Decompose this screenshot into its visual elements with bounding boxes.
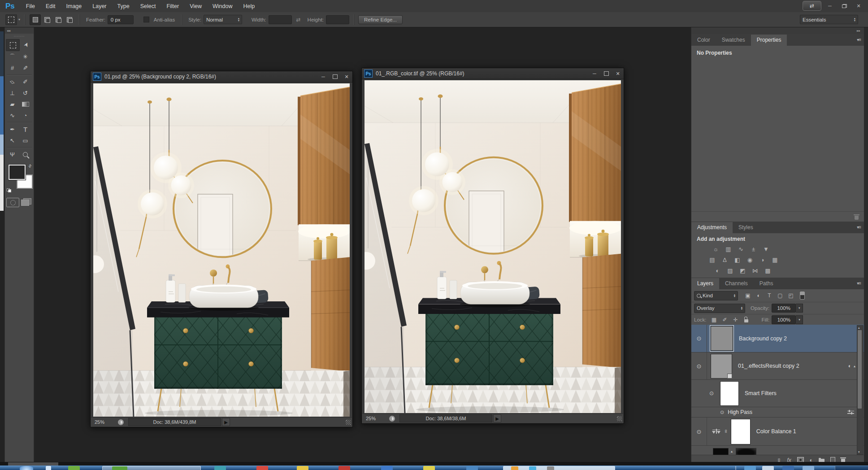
taskbar-app-icon[interactable]	[511, 466, 518, 470]
layer-row-smart-filters[interactable]: ⊙ Smart Filters	[691, 380, 864, 407]
tool-shape[interactable]: ▭	[19, 135, 32, 146]
layer-filter-select[interactable]: Kind ▴▾	[694, 291, 738, 300]
doc1-minimize-button[interactable]: ─	[317, 73, 329, 81]
anti-alias-checkbox[interactable]	[143, 17, 149, 22]
levels-icon[interactable]: ▥	[724, 245, 733, 253]
taskbar-app-icon[interactable]	[423, 466, 435, 470]
layer-row-color-balance[interactable]: ⊙ ∞ Color Balance 1	[691, 418, 864, 446]
layer-thumbnail[interactable]	[711, 326, 733, 351]
doc1-close-button[interactable]: ✕	[341, 73, 352, 81]
menu-type[interactable]: Type	[112, 3, 135, 9]
link-layers-icon[interactable]: ∞	[776, 458, 782, 462]
panel-menu-icon[interactable]: ▾≡	[857, 225, 861, 230]
taskbar-app-icon[interactable]	[547, 466, 554, 470]
menu-edit[interactable]: Edit	[40, 3, 61, 9]
tab-channels[interactable]: Channels	[719, 278, 754, 289]
tab-color[interactable]: Color	[691, 35, 716, 46]
fill-dropdown-button[interactable]: ▾	[796, 315, 803, 324]
taskbar-app-icon[interactable]	[339, 466, 350, 470]
filter-smart-objects-icon[interactable]: ◰	[786, 291, 796, 300]
swap-dimensions-icon[interactable]: ⇄	[296, 17, 301, 23]
tool-type[interactable]: T	[19, 124, 32, 135]
taskbar-app-icon[interactable]	[381, 466, 393, 470]
workspace-select[interactable]: Essentials ▴▾	[800, 15, 858, 24]
tool-healing-brush[interactable]: ▱	[6, 76, 19, 87]
brightness-contrast-icon[interactable]: ☼	[711, 245, 720, 253]
channel-mixer-icon[interactable]: ◑	[758, 256, 767, 264]
visibility-toggle[interactable]: ⊙	[720, 409, 724, 415]
tab-properties[interactable]: Properties	[751, 35, 787, 46]
visibility-toggle[interactable]: ⊙	[691, 352, 707, 379]
vibrance-icon[interactable]: ▼	[761, 245, 771, 253]
tab-paths[interactable]: Paths	[754, 278, 779, 289]
tool-pen[interactable]: ✒	[6, 124, 19, 135]
swap-colors-icon[interactable]: ⇄	[27, 163, 33, 169]
quick-mask-button[interactable]	[6, 198, 19, 207]
selective-color-icon[interactable]: ⋈	[751, 267, 760, 274]
selection-mode-new[interactable]	[30, 14, 41, 25]
tool-smudge[interactable]: ∿	[6, 110, 19, 121]
opacity-dropdown-button[interactable]: ▾	[796, 304, 803, 313]
filter-blending-options-icon[interactable]	[847, 411, 854, 414]
taskbar-clock-area[interactable]	[835, 466, 868, 470]
threshold-icon[interactable]: ◩	[738, 267, 747, 274]
canvas-image[interactable]	[93, 83, 350, 417]
color-lookup-icon[interactable]: ▦	[770, 256, 780, 264]
doc1-maximize-button[interactable]	[329, 73, 341, 81]
zoom-level-field[interactable]: 25%	[366, 416, 385, 421]
smart-filter-fx-icon[interactable]: ◐	[848, 363, 851, 369]
hue-saturation-icon[interactable]: ▤	[707, 256, 717, 264]
filter-toggle-switch[interactable]	[800, 292, 805, 300]
filter-adjustment-layers-icon[interactable]: ◐	[754, 291, 764, 300]
color-balance-icon[interactable]: ∆	[720, 256, 729, 264]
lock-transparency-icon[interactable]: ▦	[709, 315, 719, 324]
black-white-icon[interactable]: ◧	[733, 256, 742, 264]
tool-lasso[interactable]: ⌒	[6, 51, 19, 62]
exposure-icon[interactable]: ±	[749, 245, 758, 253]
refine-edge-button[interactable]: Refine Edge...	[358, 15, 403, 24]
tool-crop[interactable]: #	[6, 62, 19, 74]
taskbar-tray-icon[interactable]	[803, 466, 814, 470]
menu-filter[interactable]: Filter	[161, 3, 184, 9]
tool-clone-stamp[interactable]: ⊥	[6, 87, 19, 99]
tool-zoom[interactable]	[19, 149, 32, 160]
taskbar-app-icon[interactable]	[256, 466, 268, 470]
mask-link-icon[interactable]: ∞	[724, 430, 729, 433]
layer-mask-thumbnail[interactable]	[731, 419, 751, 444]
doc2-maximize-button[interactable]	[600, 70, 612, 78]
status-menu-arrow[interactable]: ▶	[493, 414, 501, 422]
app-close-button[interactable]: ✕	[853, 2, 864, 10]
menu-select[interactable]: Select	[135, 3, 161, 9]
default-colors-icon[interactable]	[7, 188, 11, 192]
doc2-close-button[interactable]: ✕	[612, 70, 624, 78]
taskbar-tray-icon[interactable]	[782, 466, 794, 470]
tool-dodge[interactable]: ◔	[19, 110, 32, 121]
tool-eyedropper[interactable]: ✎	[19, 62, 32, 74]
layer-row-background-copy-2[interactable]: ⊙ Background copy 2	[691, 325, 864, 352]
gradient-map-icon[interactable]: ▩	[763, 267, 773, 274]
layer-thumbnail[interactable]	[713, 448, 729, 455]
tool-path-selection[interactable]: ↖	[6, 135, 19, 146]
scroll-up-icon[interactable]: ▴	[858, 326, 860, 330]
toolbar-grip[interactable]: ▪▪▪▪▪▪▪	[5, 34, 34, 38]
selection-mode-add[interactable]	[42, 15, 52, 25]
menu-image[interactable]: Image	[61, 3, 87, 9]
panel-menu-icon[interactable]: ▾≡	[857, 37, 861, 42]
width-input[interactable]	[269, 15, 292, 24]
taskbar-tray-icon[interactable]	[762, 466, 774, 470]
preset-caret-icon[interactable]: ▾	[18, 17, 20, 22]
filter-type-layers-icon[interactable]: T	[764, 291, 774, 300]
window-resize-grip[interactable]	[617, 416, 622, 421]
tool-brush[interactable]: ✐	[19, 76, 32, 87]
curves-icon[interactable]: ∿	[736, 245, 746, 253]
arrange-documents-button[interactable]: ⇄	[803, 1, 821, 11]
collapse-dock-icon[interactable]: ▸▸	[857, 29, 860, 33]
taskbar-tray-icon[interactable]	[744, 466, 756, 470]
tool-hand[interactable]: Ψ	[6, 149, 19, 160]
posterize-icon[interactable]: ▨	[725, 267, 735, 274]
menu-help[interactable]: Help	[238, 3, 260, 9]
tab-adjustments[interactable]: Adjustments	[691, 222, 733, 233]
status-menu-arrow[interactable]: ▶	[222, 418, 230, 426]
screen-mode-button[interactable]	[20, 198, 32, 206]
filter-mask-thumbnail[interactable]	[720, 381, 739, 406]
